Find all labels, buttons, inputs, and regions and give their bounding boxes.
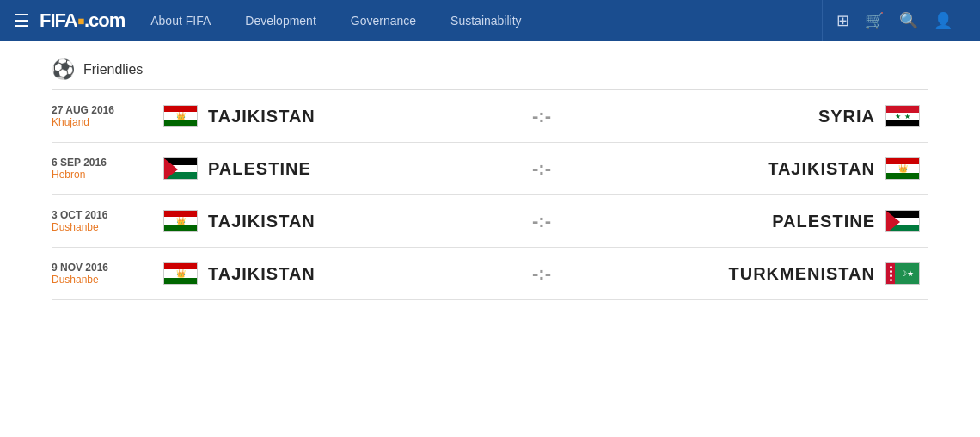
match-city: Khujand <box>52 116 146 128</box>
match-city: Dushanbe <box>52 274 146 286</box>
match-date: 9 NOV 2016 <box>52 262 146 274</box>
match-score: -:- <box>516 262 567 285</box>
match-row[interactable]: 27 AUG 2016 Khujand 👑 TAJIKISTAN-:-SYRIA… <box>52 90 928 143</box>
match-city: Hebron <box>52 169 146 181</box>
hamburger-menu[interactable]: ☰ <box>14 10 29 31</box>
logo-text: FIFA <box>40 9 77 32</box>
match-row[interactable]: 6 SEP 2016 Hebron PALESTINE-:-TAJIKISTAN… <box>52 143 928 195</box>
home-team-name: PALESTINE <box>208 159 311 179</box>
match-score: -:- <box>516 157 567 180</box>
away-team: TAJIKISTAN 👑 <box>567 157 928 180</box>
match-date: 6 SEP 2016 <box>52 157 146 169</box>
logo-com: .com <box>84 9 125 32</box>
fifa-logo[interactable]: FIFA▪.com <box>40 9 125 32</box>
flag-ps <box>163 157 198 180</box>
home-team: 👑 TAJIKISTAN <box>146 105 516 127</box>
nav-about-fifa[interactable]: About FIFA <box>150 14 211 28</box>
home-team: 👑 TAJIKISTAN <box>146 262 516 285</box>
match-date-block: 27 AUG 2016 Khujand <box>52 104 146 128</box>
home-team-name: TAJIKISTAN <box>208 264 315 284</box>
home-team-name: TAJIKISTAN <box>208 107 315 126</box>
away-team: TURKMENISTAN ☽★ <box>567 262 928 285</box>
flag-ps <box>885 210 920 232</box>
section-header: ⚽ Friendlies <box>52 58 928 81</box>
away-team-name: SYRIA <box>818 107 875 126</box>
navbar: ☰ FIFA▪.com About FIFA Development Gover… <box>0 0 980 41</box>
match-date-block: 6 SEP 2016 Hebron <box>52 157 146 181</box>
matches-list: 27 AUG 2016 Khujand 👑 TAJIKISTAN-:-SYRIA… <box>52 90 928 300</box>
flag-tj: 👑 <box>163 105 198 127</box>
match-score: -:- <box>516 210 567 232</box>
away-team: SYRIA ★ ★ <box>567 105 928 127</box>
home-team: PALESTINE <box>146 157 516 180</box>
home-team-name: TAJIKISTAN <box>208 212 315 231</box>
nav-development[interactable]: Development <box>245 14 316 28</box>
navbar-icons: ⊞ 🛒 🔍 👤 <box>823 11 966 30</box>
nav-governance[interactable]: Governance <box>351 14 416 28</box>
grid-icon[interactable]: ⊞ <box>836 11 849 30</box>
flag-sy: ★ ★ <box>885 105 920 127</box>
cart-icon[interactable]: 🛒 <box>865 11 884 30</box>
away-team-name: TURKMENISTAN <box>728 264 875 284</box>
main-content: ⚽ Friendlies 27 AUG 2016 Khujand 👑 TAJIK… <box>34 41 946 317</box>
flag-tj: 👑 <box>885 157 920 180</box>
search-icon[interactable]: 🔍 <box>899 11 918 30</box>
match-row[interactable]: 9 NOV 2016 Dushanbe 👑 TAJIKISTAN-:-TURKM… <box>52 248 928 300</box>
flag-tj: 👑 <box>163 210 198 232</box>
flag-tj: 👑 <box>163 262 198 285</box>
flag-tm: ☽★ <box>885 262 920 285</box>
match-date-block: 3 OCT 2016 Dushanbe <box>52 209 146 233</box>
section-title: Friendlies <box>83 62 143 77</box>
away-team: PALESTINE <box>567 210 928 232</box>
match-score: -:- <box>516 105 567 127</box>
match-row[interactable]: 3 OCT 2016 Dushanbe 👑 TAJIKISTAN-:-PALES… <box>52 195 928 248</box>
soccer-ball-icon: ⚽ <box>52 58 75 81</box>
home-team: 👑 TAJIKISTAN <box>146 210 516 232</box>
away-team-name: PALESTINE <box>772 212 875 231</box>
nav-links: About FIFA Development Governance Sustai… <box>150 14 822 28</box>
user-icon[interactable]: 👤 <box>934 11 952 30</box>
away-team-name: TAJIKISTAN <box>768 159 875 179</box>
logo-dot: ▪ <box>77 9 84 32</box>
match-date-block: 9 NOV 2016 Dushanbe <box>52 262 146 286</box>
match-date: 3 OCT 2016 <box>52 209 146 221</box>
match-city: Dushanbe <box>52 221 146 233</box>
nav-sustainability[interactable]: Sustainability <box>450 14 522 28</box>
match-date: 27 AUG 2016 <box>52 104 146 116</box>
